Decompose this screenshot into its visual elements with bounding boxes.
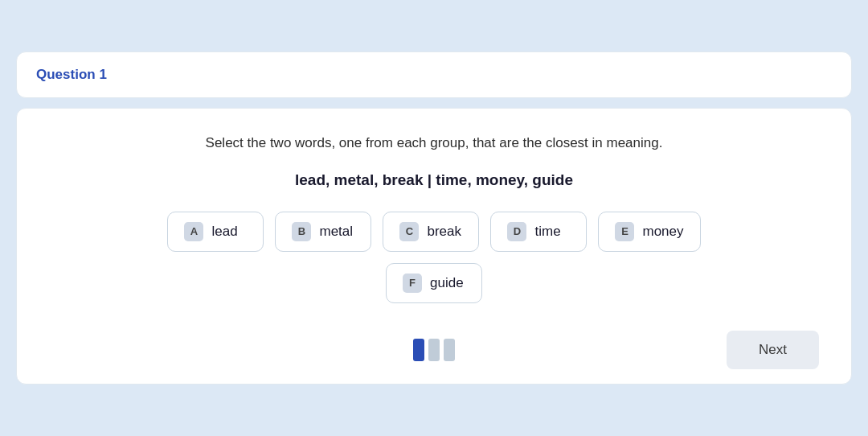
progress-indicator xyxy=(413,339,455,361)
next-button[interactable]: Next xyxy=(727,331,819,369)
key-badge-b: B xyxy=(292,222,311,241)
main-container: Question 1 Select the two words, one fro… xyxy=(16,51,852,385)
word-label-e: money xyxy=(642,224,683,240)
word-label-c: break xyxy=(427,224,461,240)
word-label-a: lead xyxy=(211,224,237,240)
word-button-f[interactable]: Fguide xyxy=(386,263,482,303)
bottom-row: Next xyxy=(49,339,819,361)
word-button-b[interactable]: Bmetal xyxy=(275,212,371,252)
word-label-d: time xyxy=(534,224,560,240)
progress-bar-3 xyxy=(444,339,455,361)
key-badge-c: C xyxy=(399,222,419,241)
key-badge-f: F xyxy=(403,274,422,293)
word-button-d[interactable]: Dtime xyxy=(490,212,587,252)
word-button-c[interactable]: Cbreak xyxy=(383,212,479,252)
question-title: Question 1 xyxy=(36,67,107,82)
question-body: Select the two words, one from each grou… xyxy=(16,108,852,385)
key-badge-e: E xyxy=(615,222,634,241)
word-buttons-row-1: AleadBmetalCbreakDtimeEmoney xyxy=(167,212,700,252)
word-groups-display: lead, metal, break | time, money, guide xyxy=(295,171,573,189)
question-header: Question 1 xyxy=(16,51,852,98)
progress-bar-1 xyxy=(413,339,424,361)
word-button-a[interactable]: Alead xyxy=(167,212,264,252)
key-badge-d: D xyxy=(507,222,526,241)
word-label-f: guide xyxy=(430,275,464,291)
progress-bar-2 xyxy=(428,339,440,361)
word-buttons-row-2: Fguide xyxy=(386,263,482,303)
word-button-e[interactable]: Emoney xyxy=(598,212,700,252)
key-badge-a: A xyxy=(184,222,203,241)
word-label-b: metal xyxy=(319,224,353,240)
instruction-text: Select the two words, one from each grou… xyxy=(206,133,663,154)
